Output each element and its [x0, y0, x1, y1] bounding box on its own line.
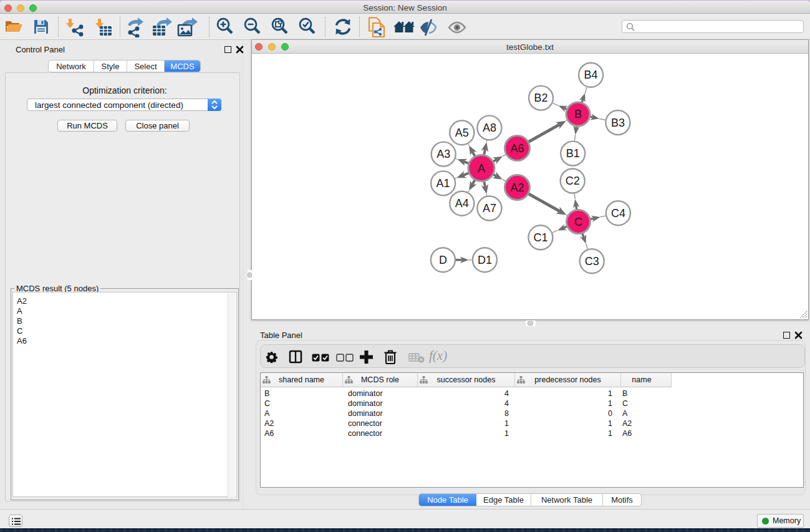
- svg-text:A1: A1: [436, 177, 450, 190]
- svg-text:A6: A6: [510, 142, 524, 155]
- svg-text:C4: C4: [611, 207, 625, 220]
- svg-text:B4: B4: [584, 69, 598, 81]
- svg-text:A2: A2: [510, 181, 524, 194]
- svg-text:A7: A7: [483, 202, 496, 215]
- svg-text:B2: B2: [534, 92, 547, 104]
- svg-text:C2: C2: [566, 175, 580, 187]
- svg-text:B3: B3: [611, 117, 625, 129]
- svg-text:A5: A5: [455, 127, 469, 139]
- svg-text:B: B: [574, 108, 582, 120]
- svg-text:C: C: [574, 216, 582, 228]
- svg-text:D: D: [439, 254, 447, 266]
- svg-text:D1: D1: [478, 254, 492, 266]
- svg-text:B1: B1: [566, 147, 580, 160]
- svg-text:A4: A4: [455, 197, 469, 210]
- svg-text:C1: C1: [533, 231, 547, 244]
- svg-text:A3: A3: [436, 148, 450, 160]
- svg-text:C3: C3: [585, 255, 599, 268]
- svg-text:A: A: [478, 162, 485, 175]
- svg-text:A8: A8: [483, 122, 496, 134]
